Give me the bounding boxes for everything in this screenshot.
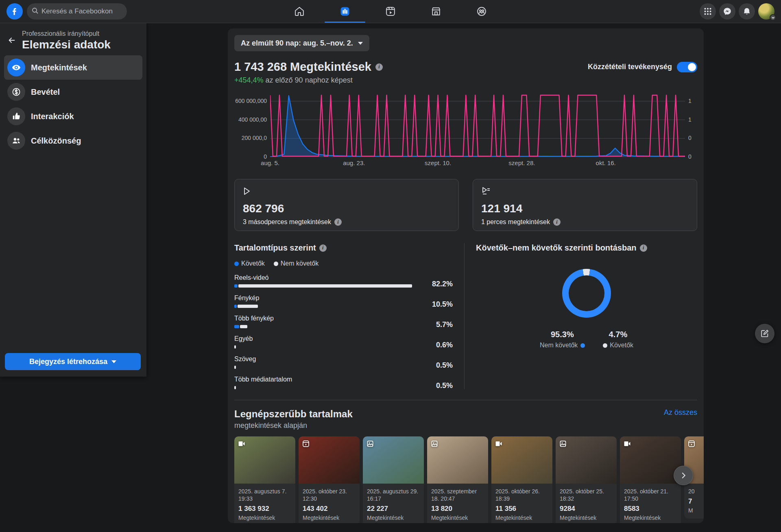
sidebar-item-label: Megtekintések (31, 63, 87, 72)
content-views-label: Megtekintések (367, 515, 420, 521)
notifications-button[interactable] (739, 3, 755, 20)
chart-plot-area[interactable] (270, 92, 685, 157)
messenger-button[interactable] (719, 3, 735, 20)
facebook-logo[interactable] (7, 3, 23, 20)
tab-home[interactable] (277, 0, 322, 23)
nonfollowers-dot (274, 262, 278, 266)
content-date: 2025. október 23. 12:30 (303, 488, 356, 502)
sidebar-item-celkozonseg[interactable]: Célközönség (4, 129, 142, 153)
publish-activity-label: Közzétételi tevékenység (588, 63, 672, 71)
info-icon[interactable]: i (553, 218, 561, 226)
content-thumbnail (556, 436, 617, 484)
views-chart: 600 000,000400 000,00200 000,00 1100 aug… (234, 92, 697, 168)
back-button[interactable] (7, 36, 16, 46)
info-icon[interactable]: i (319, 244, 327, 252)
content-type-section: Tartalomtípus szerint i Követők Nem köve… (234, 243, 464, 389)
popular-subtitle: megtekintések alapján (234, 421, 353, 430)
tab-reels[interactable] (368, 0, 413, 23)
content-date: 2025. október 25. 18:32 (560, 488, 613, 502)
sidebar-item-bevetel[interactable]: Bevétel (4, 80, 142, 104)
popular-content-card[interactable]: 2025. szeptember 18. 20:47 13 820 Megtek… (427, 436, 488, 523)
info-icon[interactable]: i (640, 244, 647, 252)
sidebar-item-megtekintesek[interactable]: Megtekintések (4, 55, 142, 80)
popular-content-card[interactable]: 2025. október 23. 12:30 143 402 Megtekin… (299, 436, 360, 523)
tab-marketplace[interactable] (413, 0, 459, 23)
bar-tobb-mediatartalom: Több médiatartalom 0.5% (234, 376, 453, 389)
search-bar[interactable] (27, 3, 127, 20)
content-views-label: Megtekintések (303, 515, 356, 521)
content-views-label: Megtekintések (431, 515, 484, 521)
bar-fenykep: Fénykép 10.5% (234, 294, 453, 308)
followers-legend: 4.7% Követők (603, 330, 633, 349)
stat-value: 862 796 (243, 202, 450, 215)
video-icon (623, 440, 631, 448)
content-views-label: Megtekintések (560, 515, 613, 521)
followers-dot (603, 343, 607, 348)
stat-card-3s-views[interactable]: 862 796 3 másodperces megtekintések i (234, 179, 459, 231)
play-list-icon (481, 187, 491, 196)
content-date: 2025. október 26. 18:39 (495, 488, 548, 502)
create-post-button[interactable]: Bejegyzés létrehozása (5, 353, 141, 370)
stat-value: 121 914 (481, 202, 689, 215)
active-tab-underline (325, 22, 365, 23)
publish-activity-toggle[interactable] (677, 62, 697, 72)
search-input[interactable] (41, 7, 115, 15)
popular-content-card[interactable]: 2025. augusztus 7. 19:33 1 363 932 Megte… (234, 436, 295, 523)
content-thumbnail (234, 436, 295, 484)
followers-split-title: Követők–nem követők szerinti bontásban (476, 243, 637, 253)
tab-groups[interactable] (459, 0, 504, 23)
edit-pencil-icon (760, 329, 769, 338)
caret-down-icon (111, 360, 116, 363)
compose-edit-button[interactable] (755, 324, 774, 343)
reel-icon (687, 440, 696, 448)
bar-szoveg: Szöveg 0.5% (234, 355, 453, 369)
popular-content-card[interactable]: 2025. október 26. 18:39 11 356 Megtekint… (491, 436, 552, 523)
content-views-value: 1 363 932 (238, 505, 291, 513)
photo-icon (366, 440, 374, 448)
popular-content-card[interactable]: 2025. október 21. 17:50 8583 Megtekintés… (620, 436, 681, 523)
content-views-label: Megtekintések (495, 515, 548, 521)
sidebar-item-label: Bevétel (31, 87, 60, 97)
sidebar-item-interakciok[interactable]: Interakciók (4, 104, 142, 129)
top-bar (0, 0, 781, 23)
followers-dot (234, 262, 239, 266)
profile-avatar[interactable] (758, 3, 774, 20)
popular-cards-carousel: 2025. augusztus 7. 19:33 1 363 932 Megte… (234, 436, 697, 523)
popular-content-card[interactable]: 2025. október 25. 18:32 9284 Megtekintés… (556, 436, 617, 523)
chart-x-axis: aug. 5.aug. 23.szept. 10.szept. 28.okt. … (270, 159, 685, 168)
popular-content-card[interactable]: 2025. augusztus 29. 16:17 22 227 Megteki… (363, 436, 424, 523)
info-icon[interactable]: i (375, 63, 383, 71)
nonfollowers-legend: 95.3% Nem követők (540, 330, 585, 349)
content-date: 2025. október 21. 17:50 (624, 488, 677, 502)
content-date: 2025. augusztus 7. 19:33 (238, 488, 291, 502)
section-divider (234, 400, 697, 400)
bar-tobb-fenykep: Több fénykép 5.7% (234, 315, 453, 328)
content-date: 20 (688, 488, 704, 495)
bar-egyeb: Egyéb 0.6% (234, 335, 453, 349)
nonfollowers-dot (580, 343, 585, 348)
carousel-next-button[interactable] (674, 466, 693, 485)
sidebar-item-label: Célközönség (31, 136, 81, 146)
content-views-value: 9284 (560, 505, 613, 513)
tab-analytics[interactable] (322, 0, 368, 23)
content-views-label: M (688, 507, 704, 514)
chevron-down-icon (770, 14, 776, 21)
stat-card-1min-views[interactable]: 121 914 1 perces megtekintések i (473, 179, 697, 231)
followers-split-section: Követők–nem követők szerinti bontásban i… (464, 243, 697, 389)
content-views-value: 143 402 (303, 505, 356, 513)
content-thumbnail (620, 436, 681, 484)
info-icon[interactable]: i (334, 218, 342, 226)
page-title: Elemzési adatok (22, 38, 111, 51)
chart-right-axis: 1100 (685, 92, 697, 157)
apps-menu-button[interactable] (700, 3, 716, 20)
see-all-link[interactable]: Az összes (664, 408, 697, 417)
search-icon (32, 7, 38, 15)
bar-reels-video: Reels-videó 82.2% (234, 274, 453, 288)
reel-icon (302, 440, 310, 448)
content-date: 2025. augusztus 29. 16:17 (367, 488, 420, 502)
date-range-dropdown[interactable]: Az elmúlt 90 nap: aug. 5.–nov. 2. (234, 35, 369, 51)
content-date: 2025. szeptember 18. 20:47 (431, 488, 484, 502)
people-icon (7, 132, 25, 150)
content-views-value: 11 356 (495, 505, 548, 513)
views-delta: +454,4% az előző 90 naphoz képest (234, 76, 697, 85)
